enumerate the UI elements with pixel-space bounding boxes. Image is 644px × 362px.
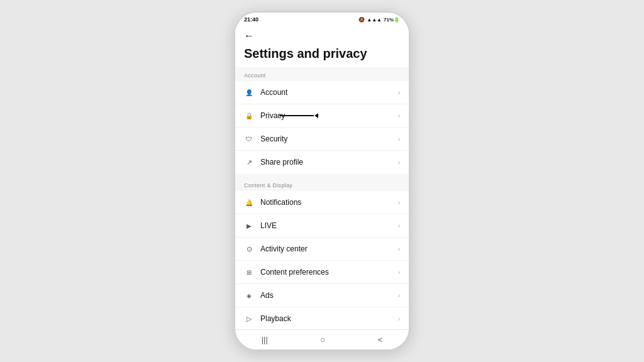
arrow-annotation xyxy=(279,113,318,118)
nav-bar: ||| ○ < xyxy=(235,329,409,349)
mute-icon: 🔕 xyxy=(358,17,365,23)
volume-up-button xyxy=(234,63,235,80)
ads-label: Ads xyxy=(260,291,274,300)
back-button[interactable]: ← xyxy=(244,30,254,41)
top-bar: ← xyxy=(235,25,409,44)
share-icon xyxy=(244,157,254,167)
account-menu-group: Account › Privacy › xyxy=(235,81,409,173)
activity-icon xyxy=(244,244,254,254)
section-label-content-display: Content & Display xyxy=(235,177,409,191)
menu-item-content-preferences[interactable]: Content preferences › xyxy=(235,261,409,284)
nav-back-icon[interactable]: < xyxy=(378,335,383,344)
content-preferences-label: Content preferences xyxy=(260,268,329,277)
section-label-account: Account xyxy=(235,67,409,81)
notifications-label: Notifications xyxy=(260,198,301,207)
person-icon xyxy=(244,87,254,97)
menu-item-notifications[interactable]: Notifications › xyxy=(235,191,409,214)
menu-item-security[interactable]: Security › xyxy=(235,128,409,151)
chevron-icon-notifications: › xyxy=(398,199,400,206)
status-time: 21:40 xyxy=(244,16,258,23)
shield-icon xyxy=(244,134,254,144)
share-profile-label: Share profile xyxy=(260,158,303,167)
chevron-icon-account: › xyxy=(398,89,400,96)
chevron-icon-playback: › xyxy=(398,315,400,322)
power-button xyxy=(409,69,410,94)
playback-label: Playback xyxy=(260,314,291,323)
menu-item-ads[interactable]: Ads › xyxy=(235,284,409,307)
activity-center-label: Activity center xyxy=(260,244,308,253)
chevron-icon-activity-center: › xyxy=(398,246,400,253)
content-icon xyxy=(244,267,254,277)
security-label: Security xyxy=(260,134,287,143)
menu-item-playback[interactable]: Playback › xyxy=(235,307,409,329)
phone-frame: 21:40 🔕 ▲▲▲ 71%🔋 ← Settings and privacy … xyxy=(234,11,410,351)
menu-item-share-profile[interactable]: Share profile › xyxy=(235,151,409,173)
signal-icon: ▲▲▲ xyxy=(367,17,382,23)
menu-item-privacy[interactable]: Privacy › xyxy=(235,104,409,128)
chevron-icon-content-preferences: › xyxy=(398,269,400,276)
menu-item-account[interactable]: Account › xyxy=(235,81,409,104)
screen-content: ← Settings and privacy Account Account › xyxy=(235,25,409,329)
ads-icon xyxy=(244,290,254,300)
account-label: Account xyxy=(260,88,287,97)
arrow-line xyxy=(279,115,314,116)
scroll-area[interactable]: Account Account › Privacy xyxy=(235,67,409,329)
page-title: Settings and privacy xyxy=(235,44,409,67)
status-bar: 21:40 🔕 ▲▲▲ 71%🔋 xyxy=(235,13,409,25)
menu-item-activity-center[interactable]: Activity center › xyxy=(235,238,409,261)
nav-circle-icon[interactable]: ○ xyxy=(320,335,325,344)
menu-item-live[interactable]: LIVE › xyxy=(235,214,409,238)
chevron-icon-privacy: › xyxy=(398,112,400,119)
nav-home-icon[interactable]: ||| xyxy=(262,335,268,344)
live-icon xyxy=(244,221,254,231)
chevron-icon-security: › xyxy=(398,136,400,143)
lock-icon xyxy=(244,111,254,121)
live-label: LIVE xyxy=(260,221,277,230)
arrowhead xyxy=(314,113,318,118)
chevron-icon-share-profile: › xyxy=(398,159,400,166)
playback-icon xyxy=(244,314,254,324)
bell-icon xyxy=(244,197,254,207)
battery-icon: 71%🔋 xyxy=(384,17,400,23)
chevron-icon-ads: › xyxy=(398,292,400,299)
content-display-menu-group: Notifications › LIVE › Activit xyxy=(235,191,409,329)
chevron-icon-live: › xyxy=(398,222,400,229)
